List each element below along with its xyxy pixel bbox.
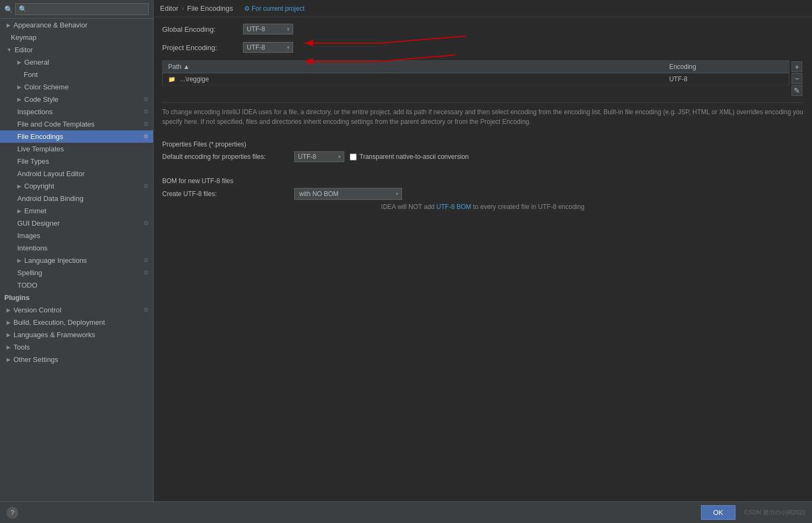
file-table-container: Path ▲ Encoding 📁 ...\reggige UTF-8: [162, 60, 803, 97]
chevron-right-icon: ▶: [17, 183, 22, 189]
sidebar-item-version-control[interactable]: ▶ Version Control ⚙: [0, 304, 153, 316]
sidebar-item-todo[interactable]: TODO: [0, 279, 153, 291]
add-entry-button[interactable]: +: [792, 61, 802, 72]
sidebar-item-android-data[interactable]: Android Data Binding: [0, 192, 153, 205]
sidebar-item-build-exec[interactable]: ▶ Build, Execution, Deployment: [0, 316, 153, 329]
bom-section-title: BOM for new UTF-8 files: [162, 177, 803, 185]
sidebar-item-language-injections[interactable]: ▶ Language Injections ⚙: [0, 254, 153, 267]
table-header-path: Path ▲: [163, 61, 664, 73]
bom-row: Create UTF-8 files: with NO BOM with BOM: [162, 188, 803, 200]
sidebar-item-file-encodings[interactable]: File Encodings ⚙: [0, 130, 153, 143]
bom-note-link[interactable]: UTF-8 BOM: [436, 203, 471, 211]
sidebar-item-label: Languages & Frameworks: [13, 331, 95, 339]
settings-icon: ⚙: [143, 306, 149, 313]
chevron-right-icon: ▶: [6, 332, 11, 338]
transparent-checkbox-text: Transparent native-to-ascii conversion: [359, 153, 469, 161]
sidebar-item-copyright[interactable]: ▶ Copyright ⚙: [0, 180, 153, 192]
sidebar-item-color-scheme[interactable]: ▶ Color Scheme: [0, 81, 153, 93]
sidebar-item-other-settings[interactable]: ▶ Other Settings: [0, 353, 153, 366]
chevron-right-icon: ▶: [17, 84, 22, 90]
bottom-bar: ? OK CSDN 努力の小间2022: [0, 501, 812, 523]
sidebar-item-label: TODO: [17, 281, 37, 289]
sidebar-item-gui-designer[interactable]: GUI Designer ⚙: [0, 217, 153, 229]
settings-icon: ⚙: [143, 269, 149, 276]
sidebar-item-label: Keymap: [11, 33, 37, 41]
sidebar-item-file-code-templates[interactable]: File and Code Templates ⚙: [0, 118, 153, 130]
transparent-checkbox[interactable]: [350, 154, 357, 161]
properties-section: Properties Files (*.properties) Default …: [162, 136, 803, 164]
sidebar-item-editor[interactable]: ▼ Editor: [0, 44, 153, 56]
bom-create-label: Create UTF-8 files:: [162, 190, 289, 198]
folder-icon: 📁: [168, 76, 176, 82]
sidebar-item-label: Android Data Binding: [17, 194, 84, 203]
settings-icon: ⚙: [143, 257, 149, 264]
bom-section: BOM for new UTF-8 files Create UTF-8 fil…: [162, 173, 803, 211]
sidebar-item-spelling[interactable]: Spelling ⚙: [0, 267, 153, 279]
ok-button[interactable]: OK: [701, 505, 736, 520]
properties-encoding-select[interactable]: UTF-8 UTF-16 ISO-8859-1: [294, 151, 344, 162]
table-row[interactable]: 📁 ...\reggige UTF-8: [163, 73, 789, 86]
sidebar-item-file-types[interactable]: File Types: [0, 155, 153, 168]
table-cell-path: 📁 ...\reggige: [163, 73, 664, 86]
search-icon: 🔍: [4, 5, 13, 13]
sidebar-item-images[interactable]: Images: [0, 229, 153, 242]
chevron-right-icon: ▶: [17, 96, 22, 102]
transparent-checkbox-label[interactable]: Transparent native-to-ascii conversion: [350, 153, 469, 161]
sidebar-item-font[interactable]: Font: [0, 68, 153, 81]
breadcrumb-parent: Editor: [160, 4, 178, 12]
sidebar-item-languages[interactable]: ▶ Languages & Frameworks: [0, 329, 153, 341]
settings-icon: ⚙: [143, 108, 149, 115]
sidebar-item-live-templates[interactable]: Live Templates: [0, 143, 153, 155]
sidebar-item-label: Copyright: [24, 182, 54, 190]
sidebar-item-label: Android Layout Editor: [17, 170, 85, 178]
table-cell-encoding: UTF-8: [664, 73, 789, 86]
table-header-encoding: Encoding: [664, 61, 789, 73]
settings-icon: ⚙: [143, 96, 149, 103]
project-encoding-select-wrapper[interactable]: UTF-8 UTF-16 ISO-8859-1: [243, 42, 293, 53]
sidebar-item-label: Editor: [15, 46, 33, 54]
sidebar-item-general[interactable]: ▶ General: [0, 56, 153, 68]
project-encoding-row: Project Encoding: UTF-8 UTF-16 ISO-8859-…: [162, 42, 803, 53]
bom-note: IDEA will NOT add UTF-8 BOM to every cre…: [162, 203, 803, 211]
properties-encoding-select-wrapper[interactable]: UTF-8 UTF-16 ISO-8859-1: [294, 151, 344, 162]
bom-select-wrapper[interactable]: with NO BOM with BOM: [294, 188, 402, 200]
global-encoding-select[interactable]: UTF-8 UTF-16 ISO-8859-1: [243, 24, 293, 34]
project-encoding-select[interactable]: UTF-8 UTF-16 ISO-8859-1: [243, 42, 293, 53]
edit-entry-button[interactable]: ✎: [792, 85, 802, 96]
sidebar-item-inspections[interactable]: Inspections ⚙: [0, 106, 153, 118]
chevron-right-icon: ▶: [6, 307, 11, 313]
breadcrumb-current: File Encodings: [187, 4, 233, 12]
sidebar-item-code-style[interactable]: ▶ Code Style ⚙: [0, 93, 153, 106]
sidebar-item-appearance[interactable]: ▶ Appearance & Behavior: [0, 19, 153, 31]
sidebar: 🔍 ▶ Appearance & Behavior Keymap ▼ Edito…: [0, 0, 154, 501]
sidebar-item-label: File and Code Templates: [17, 120, 95, 128]
bom-note-prefix: IDEA will NOT add: [381, 203, 436, 211]
global-encoding-label: Global Encoding:: [162, 25, 238, 33]
current-project-tab[interactable]: ⚙ For current project: [244, 5, 304, 12]
sidebar-item-label: Build, Execution, Deployment: [13, 318, 105, 326]
chevron-right-icon: ▶: [6, 357, 11, 362]
sidebar-item-label: Spelling: [17, 269, 42, 277]
help-button[interactable]: ?: [6, 507, 18, 519]
global-encoding-select-wrapper[interactable]: UTF-8 UTF-16 ISO-8859-1: [243, 24, 293, 34]
sidebar-item-plugins[interactable]: Plugins: [0, 291, 153, 304]
chevron-right-icon: ▶: [17, 208, 22, 214]
search-input[interactable]: [15, 3, 149, 15]
chevron-right-icon: ▶: [17, 257, 22, 263]
sidebar-item-label: Images: [17, 232, 40, 240]
chevron-right-icon: ▶: [6, 344, 11, 350]
bom-select[interactable]: with NO BOM with BOM: [294, 188, 402, 200]
sidebar-item-label: File Types: [17, 157, 49, 165]
breadcrumb-separator: ›: [182, 4, 184, 12]
chevron-down-icon: ▼: [6, 47, 12, 53]
remove-entry-button[interactable]: −: [792, 73, 802, 84]
sidebar-item-label: Live Templates: [17, 145, 64, 153]
sidebar-item-intentions[interactable]: Intentions: [0, 242, 153, 254]
sidebar-item-android-layout[interactable]: Android Layout Editor: [0, 168, 153, 180]
sidebar-item-label: GUI Designer: [17, 219, 60, 227]
content-body: Global Encoding: UTF-8 UTF-16 ISO-8859-1…: [154, 17, 812, 501]
sidebar-item-keymap[interactable]: Keymap: [0, 31, 153, 44]
search-box[interactable]: 🔍: [0, 0, 153, 19]
sidebar-item-tools[interactable]: ▶ Tools: [0, 341, 153, 353]
sidebar-item-emmet[interactable]: ▶ Emmet: [0, 205, 153, 217]
